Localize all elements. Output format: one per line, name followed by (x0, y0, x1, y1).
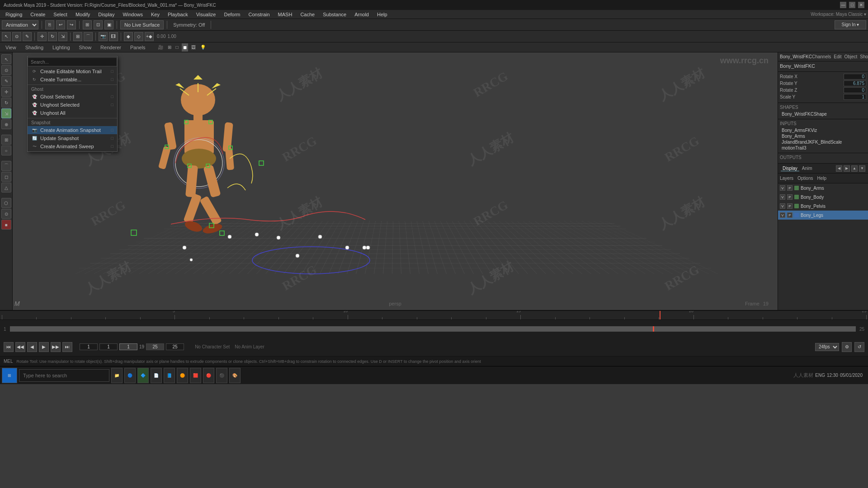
panel-tab-panels[interactable]: Panels (128, 44, 147, 51)
layer-arms[interactable]: V P Bony_Arms (778, 183, 868, 192)
vp-texture-btn[interactable]: 🖼 (190, 43, 197, 52)
toolbar-btn-5[interactable]: ⊡ (94, 20, 103, 29)
dropdown-item-unghost-all[interactable]: 👻 Unghost All (28, 109, 117, 117)
tool-lasso[interactable]: ⊙ (12, 32, 21, 41)
tool-keyframe[interactable]: ◆ (124, 32, 133, 41)
tool-paint[interactable]: ✎ (23, 32, 32, 41)
toolbar-btn-2[interactable]: ↩ (56, 20, 65, 29)
layers-tab[interactable]: Layers (780, 176, 793, 181)
live-surface-button[interactable]: No Live Surface (120, 20, 164, 29)
taskbar-app4[interactable]: 🟠 (177, 368, 188, 383)
input-item-1[interactable]: Bony_ArmsFKViz (780, 127, 866, 133)
shape-item-1[interactable]: Bony_WristFKCShape (780, 111, 866, 117)
layer-legs-p[interactable]: P (787, 212, 793, 218)
module-selector[interactable]: Animation Rigging Modeling Rendering (2, 20, 38, 29)
input-item-2[interactable]: Bony_Arms (780, 133, 866, 139)
tool-scale[interactable]: ⇲ (58, 32, 67, 41)
maximize-button[interactable]: □ (849, 2, 855, 8)
menu-mash[interactable]: MASH (274, 11, 296, 18)
vp-smooth-btn[interactable]: ◼ (182, 43, 188, 52)
dropdown-item-anim-snapshot[interactable]: 📷 Create Animation Snapshot □ (28, 126, 117, 134)
dropdown-item-ghost-selected[interactable]: 👻 Ghost Selected □ (28, 93, 117, 101)
left-tool-snap[interactable]: ⊞ (1, 135, 11, 145)
rotate-y-value[interactable]: 6.875 (844, 80, 866, 86)
prev-frame-button[interactable]: ◀ (27, 342, 37, 352)
help-tab[interactable]: Help (817, 176, 826, 181)
timeline[interactable]: 510152025 1 25 (0, 310, 868, 337)
vp-grid-btn[interactable]: ⊞ (166, 43, 173, 52)
toolbar-btn-6[interactable]: ▣ (104, 20, 113, 29)
display-tab[interactable]: Display (781, 166, 799, 171)
left-tool-universal[interactable]: ⊕ (1, 119, 11, 129)
menu-rigging[interactable]: Rigging (2, 11, 26, 18)
edit-tab[interactable]: Edit (834, 54, 841, 59)
dropdown-search-input[interactable] (28, 57, 117, 66)
dropdown-item-turntable[interactable]: ↻ Create Turntable... □ (28, 75, 117, 84)
menu-visualize[interactable]: Visualize (193, 11, 220, 18)
rotate-z-value[interactable]: 0 (844, 87, 866, 93)
left-tool-rotate[interactable]: ↻ (1, 98, 11, 108)
tool-snap-grid[interactable]: ⊞ (73, 32, 82, 41)
menu-create[interactable]: Create (27, 11, 49, 18)
start-frame-input[interactable] (80, 343, 98, 350)
left-tool-polygon[interactable]: △ (1, 183, 11, 192)
menu-arnold[interactable]: Arnold (351, 11, 373, 18)
start-button[interactable]: ⊞ (2, 368, 17, 383)
left-tool-extra2[interactable]: ⊙ (1, 209, 11, 219)
goto-start-button[interactable]: ⏮ (4, 342, 14, 352)
layer-body[interactable]: V P Bony_Body (778, 192, 868, 202)
layer-up-btn[interactable]: ▲ (851, 165, 858, 172)
layer-body-p[interactable]: P (787, 194, 793, 200)
menu-cache[interactable]: Cache (297, 11, 318, 18)
dropdown-item-unghost-selected[interactable]: 👻 Unghost Selected □ (28, 101, 117, 109)
layer-pelvis-v[interactable]: V (780, 203, 785, 209)
panel-tab-lighting[interactable]: Lighting (51, 44, 72, 51)
toolbar-btn-1[interactable]: ⎘ (45, 20, 54, 29)
tool-render2[interactable]: 🎞 (109, 32, 118, 41)
settings-button[interactable]: ⚙ (842, 342, 852, 352)
dropdown-item-motion-trail[interactable]: ⟳ Create Editable Motion Trail □ (28, 67, 117, 75)
left-tool-paint[interactable]: ✎ (1, 76, 11, 86)
menu-key[interactable]: Key (147, 11, 163, 18)
left-tool-select[interactable]: ↖ (1, 54, 11, 64)
layer-prev-btn[interactable]: ◀ (836, 165, 842, 172)
left-tool-curve[interactable]: ⌒ (1, 161, 11, 171)
minimize-button[interactable]: — (840, 2, 846, 8)
vp-lights-btn[interactable]: 💡 (199, 43, 207, 52)
left-tool-extra3[interactable]: ■ (1, 220, 11, 230)
taskbar-app7[interactable]: ⚫ (216, 368, 227, 383)
layer-body-v[interactable]: V (780, 194, 785, 200)
tool-snap-curve[interactable]: ⌒ (84, 32, 93, 41)
vp-cam-btn[interactable]: 🎥 (156, 43, 165, 52)
menu-deform[interactable]: Deform (220, 11, 244, 18)
layer-pelvis-p[interactable]: P (787, 203, 793, 209)
taskbar-photoshop[interactable]: 🎨 (229, 368, 241, 383)
layer-next-btn[interactable]: ▶ (844, 165, 850, 172)
goto-end-button[interactable]: ⏭ (62, 342, 72, 352)
toolbar-btn-3[interactable]: ↪ (67, 20, 76, 29)
taskbar-search[interactable] (19, 369, 109, 382)
fps-selector[interactable]: 24fps 30fps 60fps (815, 343, 839, 351)
layer-pelvis[interactable]: V P Bony_Pelvis (778, 202, 868, 211)
input-item-4[interactable]: motionTrail3 (780, 145, 866, 151)
layer-arms-v[interactable]: V (780, 185, 785, 191)
tool-move[interactable]: ✛ (38, 32, 47, 41)
play-button[interactable]: ▶ (39, 342, 49, 352)
menu-substance[interactable]: Substance (319, 11, 350, 18)
dropdown-item-update-snapshot[interactable]: 🔄 Update Snapshot □ (28, 134, 117, 142)
taskbar-edge[interactable]: 🔵 (124, 368, 136, 383)
lang-indicator[interactable]: ENG (815, 373, 825, 378)
taskbar-file-explorer[interactable]: 📁 (111, 368, 123, 383)
toolbar-btn-4[interactable]: ⊞ (83, 20, 92, 29)
show-tab[interactable]: Show (860, 54, 868, 59)
timeline-range-bar[interactable] (10, 326, 856, 332)
viewport[interactable]: RRCG 人人素材 RRCG 人人素材 人人素材 RRCG 人人素材 RRCG … (13, 52, 778, 310)
tool-addkey[interactable]: +◆ (145, 32, 154, 41)
rotate-x-value[interactable]: 0 (844, 74, 866, 80)
panel-tab-view[interactable]: View (4, 44, 18, 51)
panel-tab-renderer[interactable]: Renderer (99, 44, 123, 51)
vp-wireframe-btn[interactable]: □ (175, 43, 180, 52)
menu-windows[interactable]: Windows (119, 11, 146, 18)
tool-breakdownkey[interactable]: ◇ (134, 32, 143, 41)
layer-arms-p[interactable]: P (787, 185, 793, 191)
